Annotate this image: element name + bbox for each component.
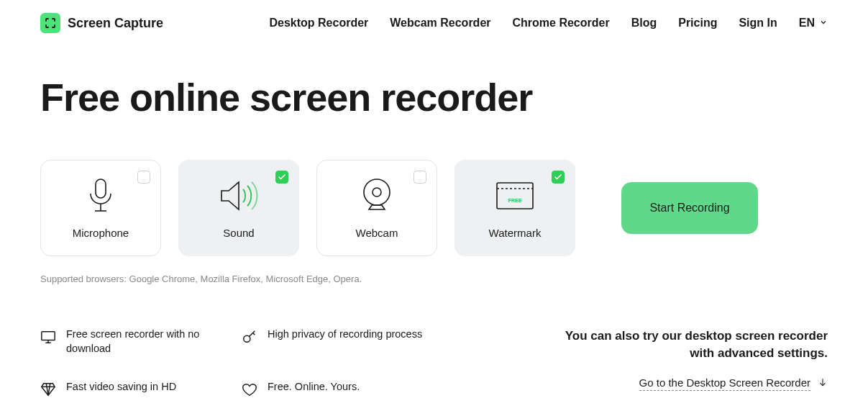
brand-logo[interactable]: Screen Capture [40,13,163,33]
nav-desktop-recorder[interactable]: Desktop Recorder [269,17,368,30]
webcam-icon [360,178,393,214]
recording-options: Microphone Sound [40,160,828,256]
header: Screen Capture Desktop Recorder Webcam R… [0,0,868,46]
chevron-down-icon [819,17,828,30]
top-nav: Desktop Recorder Webcam Recorder Chrome … [269,17,828,30]
option-label: Watermark [489,227,542,239]
svg-point-3 [364,179,390,205]
feature-item: Fast video saving in HD [40,380,242,397]
feature-item: Free. Online. Yours. [242,380,443,397]
watermark-icon: FREE [495,178,534,214]
main: Free online screen recorder Microphone [0,46,868,411]
checkbox-icon [275,171,288,184]
key-icon [242,329,257,345]
nav-pricing[interactable]: Pricing [678,17,717,30]
checkbox-icon [137,171,150,184]
option-label: Sound [223,227,254,239]
svg-rect-5 [497,183,533,209]
nav-sign-in[interactable]: Sign In [739,17,777,30]
desktop-cta: You can also try our desktop screen reco… [554,328,828,391]
nav-webcam-recorder[interactable]: Webcam Recorder [390,17,490,30]
speaker-icon [219,178,259,214]
diamond-icon [40,381,56,397]
start-recording-button[interactable]: Start Recording [621,182,758,234]
cta-text: You can also try our desktop screen reco… [554,328,828,362]
supported-browsers-text: Supported browsers: Google Chrome, Mozil… [40,274,828,284]
feature-item: Free screen recorder with no download [40,328,242,356]
option-watermark[interactable]: FREE Watermark [454,160,575,256]
option-sound[interactable]: Sound [178,160,299,256]
microphone-icon [85,178,117,214]
feature-text: Free. Online. Yours. [268,380,360,394]
svg-rect-0 [96,179,106,198]
option-webcam[interactable]: Webcam [316,160,437,256]
svg-rect-8 [42,332,55,340]
bottom-section: Free screen recorder with no download Hi… [40,328,828,397]
feature-text: High privacy of recording process [268,328,422,342]
brand-name: Screen Capture [68,16,163,31]
option-label: Microphone [73,227,129,239]
option-label: Webcam [356,227,398,239]
feature-text: Fast video saving in HD [66,380,176,394]
feature-item: High privacy of recording process [242,328,443,356]
feature-text: Free screen recorder with no download [66,328,242,356]
page-title: Free online screen recorder [40,75,828,119]
language-label: EN [799,17,815,30]
capture-icon [40,13,60,33]
option-microphone[interactable]: Microphone [40,160,161,256]
nav-blog[interactable]: Blog [631,17,657,30]
monitor-icon [40,329,56,345]
svg-text:FREE: FREE [508,198,522,203]
language-selector[interactable]: EN [799,17,828,30]
feature-list: Free screen recorder with no download Hi… [40,328,443,397]
checkbox-icon [552,171,565,184]
checkbox-icon [414,171,426,184]
nav-chrome-recorder[interactable]: Chrome Recorder [513,17,610,30]
arrow-down-icon [818,377,828,390]
desktop-recorder-link[interactable]: Go to the Desktop Screen Recorder [639,376,810,391]
heart-icon [242,381,257,397]
svg-point-4 [373,188,381,197]
